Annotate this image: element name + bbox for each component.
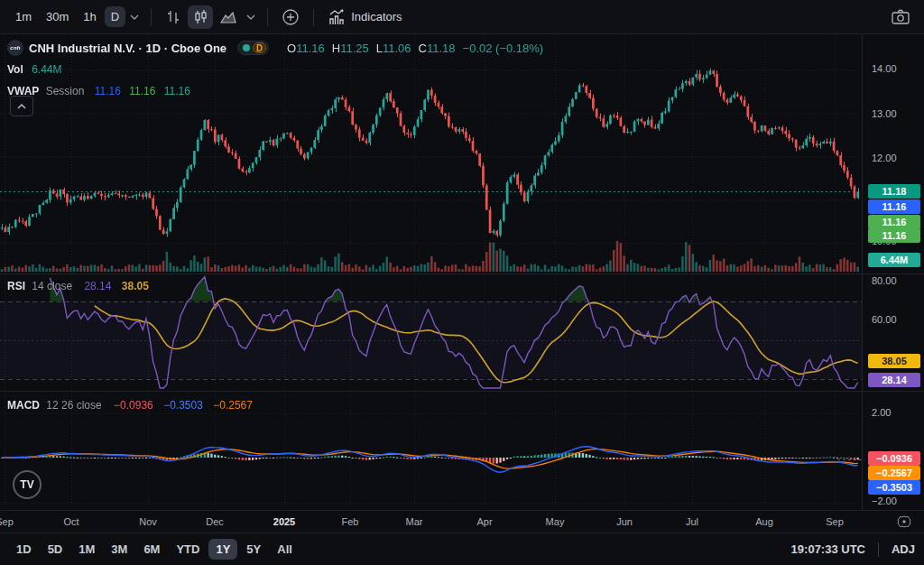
time-axis-label[interactable]: Sep (0, 516, 14, 527)
time-axis-label[interactable]: 2025 (273, 516, 295, 527)
open-value: 11.16 (296, 42, 325, 55)
range-YTD-button[interactable]: YTD (169, 539, 207, 560)
range-5Y-button[interactable]: 5Y (239, 539, 268, 560)
time-axis-label[interactable]: Sep (826, 516, 844, 527)
low-value: 11.06 (383, 42, 411, 55)
time-axis[interactable]: SepOctNovDec2025FebMarAprMayJunJulAugSep (0, 510, 924, 533)
axis-price-badge: −0.0936 (868, 451, 920, 466)
interval-1m-button[interactable]: 1m (9, 6, 38, 27)
symbol-title[interactable]: CNH Industrial N.V. · 1D · Cboe One (29, 42, 226, 55)
candles-style-icon[interactable] (188, 5, 213, 29)
market-status-dot-icon (243, 44, 250, 51)
price-axis-border (862, 34, 863, 510)
collapse-legend-button[interactable] (10, 96, 33, 116)
time-axis-label[interactable]: Jul (686, 516, 698, 527)
range-All-button[interactable]: All (270, 539, 300, 560)
adj-toggle[interactable]: ADJ (892, 542, 915, 556)
time-axis-label[interactable]: Oct (63, 516, 79, 527)
axis-price-badge: 11.16 (868, 228, 920, 243)
clock-utc[interactable]: 19:07:33 UTC (791, 542, 865, 556)
time-axis-label[interactable]: Mar (406, 516, 423, 527)
axis-price-badge: −0.2567 (868, 466, 920, 480)
compare-add-icon[interactable] (277, 5, 304, 30)
vwap-param: Session (46, 85, 85, 97)
axis-tick-label: 14.00 (872, 63, 897, 74)
macd-line-value: −0.3503 (163, 399, 203, 412)
rsi-value: 28.14 (84, 280, 111, 292)
macd-header[interactable]: MACD 12 26 close −0.0936 −0.3503 −0.2567 (7, 399, 253, 412)
interval-1h-button[interactable]: 1h (77, 6, 102, 27)
close-label: C (419, 42, 427, 55)
rsi-ma-value: 38.05 (122, 280, 149, 292)
axis-price-badge: −0.3503 (868, 480, 920, 495)
axis-price-badge: 11.16 (868, 215, 920, 229)
time-axis-label[interactable]: Nov (139, 516, 157, 527)
axis-tick-label: 2.00 (872, 407, 891, 418)
axis-price-badge: 28.14 (868, 373, 920, 387)
rsi-title: RSI (7, 280, 25, 292)
axis-settings-gear-icon[interactable] (897, 514, 911, 529)
style-dropdown-chevron-icon[interactable] (244, 13, 258, 22)
axis-tick-label: 12.00 (872, 153, 897, 163)
volume-label: Vol (7, 63, 23, 76)
symbol-logo: cnh (7, 40, 23, 56)
top-toolbar: 1m 30m 1h D (0, 0, 924, 34)
rsi-header[interactable]: RSI 14 close 28.14 38.05 (7, 280, 149, 292)
pane-separator[interactable] (0, 391, 924, 392)
interval-30m-button[interactable]: 30m (40, 6, 75, 27)
macd-signal-value: −0.2567 (213, 399, 253, 412)
vwap-lower-value: 11.16 (164, 85, 190, 97)
change-value: −0.02 (−0.18%) (463, 42, 544, 55)
time-axis-label[interactable]: Jun (616, 516, 633, 527)
axis-price-badge: 38.05 (868, 354, 920, 368)
indicators-label: Indicators (351, 10, 402, 23)
range-6M-button[interactable]: 6M (136, 539, 167, 560)
camera-snapshot-icon[interactable] (886, 5, 915, 30)
axis-price-badge: 11.18 (868, 184, 920, 199)
toolbar-divider (151, 8, 152, 26)
time-axis-label[interactable]: Feb (342, 516, 359, 527)
vwap-upper-value: 11.16 (129, 85, 155, 97)
low-label: L (376, 42, 383, 55)
range-1D-button[interactable]: 1D (9, 539, 39, 560)
close-value: 11.18 (427, 42, 456, 55)
toolbar-divider (267, 8, 268, 26)
volume-legend[interactable]: Vol 6.44M (7, 63, 61, 76)
vwap-legend[interactable]: VWAP Session 11.16 11.16 11.16 (7, 85, 190, 97)
axis-price-badge: 11.16 (868, 199, 920, 214)
pane-separator[interactable] (0, 273, 924, 274)
interval-D-button[interactable]: D (105, 6, 125, 27)
tradingview-chart-app: 1m 30m 1h D (0, 0, 924, 565)
chart-area: cnh CNH Industrial N.V. · 1D · Cboe One … (0, 34, 924, 510)
axis-tick-label: 60.00 (872, 314, 897, 325)
axis-tick-label: 80.00 (872, 275, 897, 286)
time-axis-label[interactable]: Apr (476, 516, 492, 527)
interval-dropdown-chevron-icon[interactable] (127, 13, 142, 22)
range-1M-button[interactable]: 1M (71, 539, 102, 560)
bottom-toolbar: 1D 5D 1M 3M 6M YTD 1Y 5Y All 19:07:33 UT… (0, 533, 924, 565)
range-5D-button[interactable]: 5D (41, 539, 70, 560)
axis-tick-label: −2.00 (872, 496, 897, 506)
ohlc-values: O11.16 H11.25 L11.06 C11.18 −0.02 (−0.18… (287, 42, 543, 55)
symbol-legend[interactable]: cnh CNH Industrial N.V. · 1D · Cboe One … (7, 40, 543, 56)
high-value: 11.25 (340, 42, 369, 55)
tradingview-logo[interactable]: TV (13, 470, 42, 499)
macd-title: MACD (7, 399, 40, 412)
vwap-value: 11.16 (95, 85, 121, 97)
time-axis-label[interactable]: May (546, 516, 565, 527)
macd-params: 12 26 close (46, 399, 101, 412)
range-3M-button[interactable]: 3M (104, 539, 134, 560)
time-axis-label[interactable]: Dec (206, 516, 224, 527)
rsi-params: 14 close (32, 280, 72, 292)
axis-tick-label: 13.00 (872, 108, 897, 119)
price-axis[interactable]: 14.0013.0012.0010.0080.0060.002.00−2.001… (863, 34, 924, 510)
axis-price-badge: 6.44M (868, 253, 920, 267)
indicators-button[interactable]: Indicators (323, 5, 406, 29)
range-1Y-button[interactable]: 1Y (208, 539, 237, 560)
session-status-pill[interactable]: D (237, 41, 269, 55)
area-style-icon[interactable] (215, 5, 242, 29)
price-pane-canvas[interactable] (0, 34, 862, 273)
macd-hist-value: −0.0936 (114, 399, 153, 412)
time-axis-label[interactable]: Aug (755, 516, 773, 527)
bars-style-icon[interactable] (161, 5, 186, 29)
